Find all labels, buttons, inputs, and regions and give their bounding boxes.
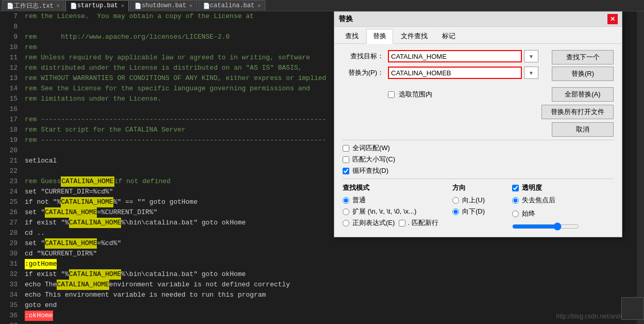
dialog-tab-file-find-label: 文件查找 [401, 32, 428, 40]
code-line-32: if exist "%CATALINA_HOME%\bin\catalina.b… [25, 269, 637, 280]
trans-lose-focus-radio[interactable] [512, 197, 519, 204]
dir-down-radio[interactable] [452, 208, 459, 215]
ln-8: 8 [3, 22, 18, 32]
dialog-tab-replace-label: 替换 [373, 32, 386, 40]
replace-with-label: 替换为(P)： [343, 68, 384, 77]
transparency-section: 透明度 失去焦点后 始终 [512, 183, 614, 231]
replace-with-row: 替换为(P)： ▼ [343, 67, 546, 79]
ln-35: 35 [3, 300, 18, 311]
trans-always-radio[interactable] [512, 210, 519, 217]
trans-always-label: 始终 [522, 209, 535, 218]
tab-shutdown[interactable]: 📄 shutdown.bat ✕ [130, 0, 197, 11]
ln-17: 17 [3, 115, 18, 125]
ln-27: 27 [3, 218, 18, 228]
code-line-33: echo The CATALINA_HOME environment varia… [25, 280, 637, 290]
transparency-checkbox[interactable] [512, 185, 519, 191]
mode-extended-row: 扩展 (\n, \r, \t, \0, \x...) [343, 207, 444, 216]
dot-newline-checkbox[interactable] [399, 220, 405, 226]
ln-18: 18 [3, 125, 18, 135]
dialog-tab-mark[interactable]: 标记 [435, 29, 462, 43]
loop-find-checkbox[interactable] [343, 168, 349, 174]
dialog-tab-file-find[interactable]: 文件查找 [394, 29, 434, 43]
tab-icon-工作日志: 📄 [7, 3, 14, 9]
mode-extended-radio[interactable] [343, 208, 349, 215]
ln-36: 36 [3, 311, 18, 321]
find-next-button[interactable]: 查找下一个 [552, 50, 614, 64]
replace-dropdown-arrow-icon: ▼ [529, 70, 534, 76]
cancel-button[interactable]: 取消 [552, 122, 614, 137]
ln-20: 20 [3, 145, 18, 156]
tab-startup[interactable]: 📄 startup.bat ✕ [65, 0, 129, 11]
mini-preview-panel [621, 297, 644, 320]
direction-section: 方向 向上(U) 向下(D) [452, 183, 504, 231]
tab-icon-startup: 📄 [70, 3, 77, 9]
ln-30: 30 [3, 249, 18, 259]
separator [343, 140, 614, 140]
dir-down-label: 向下(D) [462, 207, 485, 216]
replace-in-selection-checkbox[interactable] [388, 91, 395, 98]
replace-all-button[interactable]: 全部替换(A) [552, 87, 614, 102]
ln-10: 10 [3, 42, 18, 53]
dialog-close-button[interactable]: ✕ [607, 14, 618, 24]
dialog-tab-find[interactable]: 查找 [338, 29, 365, 43]
search-mode-title: 查找模式 [343, 183, 444, 192]
replace-all-open-button[interactable]: 替换所有打开文件 [541, 105, 614, 119]
whole-word-row: 全词匹配(W) [343, 143, 614, 153]
transparency-options: 失去焦点后 始终 [512, 196, 614, 231]
match-case-row: 匹配大小写(C) [343, 155, 614, 164]
ln-24: 24 [3, 187, 18, 197]
replace-button[interactable]: 替换(R) [552, 67, 614, 81]
dir-up-row: 向上(U) [452, 196, 504, 205]
mode-regex-radio[interactable] [343, 220, 349, 226]
transparency-slider[interactable] [512, 222, 579, 231]
direction-title: 方向 [452, 183, 504, 192]
dialog-tab-bar: 查找 替换 文件查找 标记 [334, 27, 622, 44]
find-dropdown-arrow-icon: ▼ [529, 54, 534, 59]
tab-close-startup[interactable]: ✕ [121, 3, 124, 9]
ln-25: 25 [3, 197, 18, 207]
dir-up-radio[interactable] [452, 197, 459, 204]
dialog-tab-replace[interactable]: 替换 [366, 29, 393, 44]
ln-16: 16 [3, 104, 18, 115]
search-mode-section: 查找模式 普通 扩展 (\n, \r, \t, \0, \x...) 正则表达式… [343, 183, 444, 231]
dir-down-row: 向下(D) [452, 207, 504, 216]
tab-close-shutdown[interactable]: ✕ [190, 3, 193, 9]
tab-bar: 📄 工作日志.txt ✕ 📄 startup.bat ✕ 📄 shutdown.… [0, 0, 644, 11]
tab-close-工作日志[interactable]: ✕ [57, 3, 60, 9]
tab-label-shutdown: shutdown.bat [142, 2, 186, 9]
dialog-tab-mark-label: 标记 [442, 32, 455, 40]
scrollbar-area[interactable] [637, 11, 644, 324]
mode-normal-radio[interactable] [343, 197, 349, 204]
ln-26: 26 [3, 207, 18, 218]
code-line-37 [25, 321, 637, 324]
tab-工作日志[interactable]: 📄 工作日志.txt ✕ [2, 0, 64, 11]
tab-label-startup: startup.bat [77, 2, 118, 9]
ln-33: 33 [3, 280, 18, 290]
replace-with-input[interactable] [388, 67, 522, 79]
code-line-30: cd "%CURRENT_DIR%" [25, 249, 637, 259]
ln-23: 23 [3, 176, 18, 187]
ln-29: 29 [3, 238, 18, 249]
whole-word-checkbox[interactable] [343, 145, 349, 152]
trans-lose-focus-row: 失去焦点后 [512, 196, 614, 205]
ln-9: 9 [3, 32, 18, 42]
mode-extended-label: 扩展 (\n, \r, \t, \0, \x...) [352, 207, 416, 216]
mode-normal-label: 普通 [352, 196, 366, 205]
ln-21: 21 [3, 156, 18, 166]
find-target-input[interactable] [388, 50, 522, 62]
replace-dropdown[interactable]: ▼ [524, 67, 538, 79]
trans-lose-focus-label: 失去焦点后 [522, 196, 555, 205]
code-line-35: goto end [25, 300, 637, 311]
code-line-34: echo This environment variable is needed… [25, 290, 637, 300]
ln-15: 15 [3, 94, 18, 104]
code-line-31: :gotHome [25, 259, 637, 269]
ln-11: 11 [3, 53, 18, 63]
match-case-checkbox[interactable] [343, 156, 349, 163]
tab-close-catalina[interactable]: ✕ [258, 3, 261, 9]
tab-catalina[interactable]: 📄 catalina.bat ✕ [198, 0, 265, 11]
tab-label-catalina: catalina.bat [210, 2, 255, 9]
match-case-label: 匹配大小写(C) [352, 155, 395, 164]
tab-icon-catalina: 📄 [203, 3, 210, 9]
bottom-options: 查找模式 普通 扩展 (\n, \r, \t, \0, \x...) 正则表达式… [343, 183, 614, 231]
find-target-dropdown[interactable]: ▼ [524, 50, 538, 62]
